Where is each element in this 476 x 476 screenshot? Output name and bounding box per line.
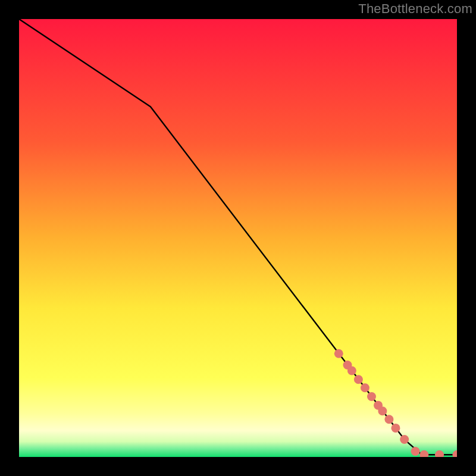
chart-plot bbox=[19, 19, 457, 457]
data-marker bbox=[334, 349, 343, 358]
watermark-text: TheBottleneck.com bbox=[358, 1, 472, 17]
data-marker bbox=[384, 415, 393, 424]
chart-svg bbox=[19, 19, 457, 457]
data-marker bbox=[361, 383, 369, 392]
data-marker bbox=[367, 392, 376, 401]
data-marker bbox=[400, 435, 409, 444]
data-marker bbox=[411, 447, 420, 456]
data-marker bbox=[378, 406, 387, 415]
data-marker bbox=[354, 375, 363, 384]
chart-frame: TheBottleneck.com bbox=[0, 0, 476, 476]
gradient-bg bbox=[19, 19, 457, 457]
data-marker bbox=[391, 424, 400, 433]
data-marker bbox=[347, 367, 356, 375]
